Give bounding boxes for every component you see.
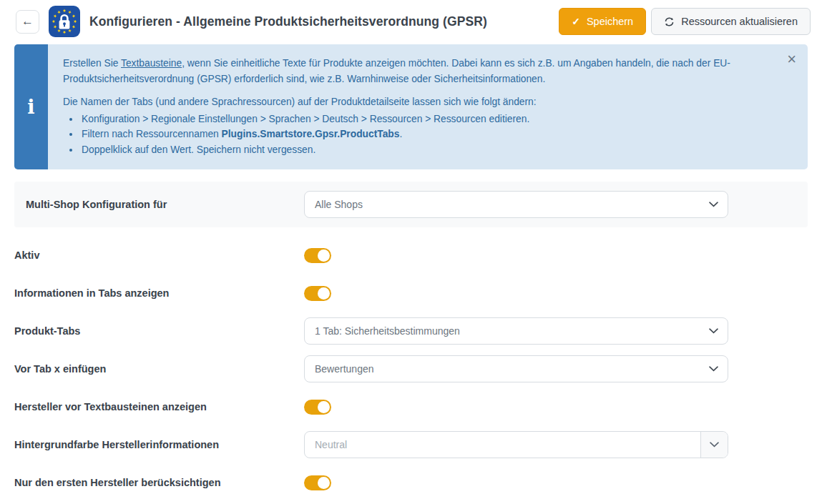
informationen-in-tabs-toggle[interactable] [304, 286, 331, 301]
eu-gpsr-lock-icon [49, 6, 80, 37]
bullet2-resource-name: Plugins.Smartstore.Gpsr.ProductTabs [222, 129, 400, 139]
chevron-down-icon [710, 442, 719, 448]
info-icon: i [27, 97, 34, 117]
settings-form: Aktiv Informationen in Tabs anzeigen Pro… [14, 242, 808, 496]
info-alert-body: Erstellen Sie Textbausteine, wenn Sie ei… [48, 44, 808, 169]
hintergrundfarbe-input-group [304, 431, 728, 458]
aktiv-toggle[interactable] [304, 248, 331, 263]
info-alert-accent: i [14, 44, 48, 169]
arrow-left-icon: ← [21, 14, 34, 29]
save-button-label: Speichern [587, 16, 633, 27]
form-row-nur-ersten-hersteller: Nur den ersten Hersteller berücksichtige… [14, 469, 808, 496]
info-alert: i Erstellen Sie Textbausteine, wenn Sie … [14, 44, 808, 169]
multishop-select-value: Alle Shops [315, 199, 363, 210]
alert-paragraph-1: Erstellen Sie Textbausteine, wenn Sie ei… [63, 56, 773, 87]
multishop-label: Multi-Shop Konfiguration für [26, 199, 304, 210]
multishop-config-band: Multi-Shop Konfiguration für Alle Shops [14, 182, 808, 227]
update-resources-button[interactable]: Ressourcen aktualisieren [651, 8, 811, 35]
toggle-knob [318, 287, 330, 300]
produkt-tabs-select[interactable]: 1 Tab: Sicherheitsbestimmungen [304, 317, 728, 345]
form-row-vor-tab-x: Vor Tab x einfügen Bewertungen [14, 355, 808, 382]
bullet2-before: Filtern nach Ressourcennamen [82, 129, 222, 139]
chevron-down-icon [709, 366, 718, 372]
alert-p1-before: Erstellen Sie [63, 58, 121, 69]
vor-tab-x-label: Vor Tab x einfügen [14, 363, 304, 375]
nur-ersten-hersteller-label: Nur den ersten Hersteller berücksichtige… [14, 477, 304, 488]
form-row-informationen-in-tabs: Informationen in Tabs anzeigen [14, 280, 808, 307]
hintergrundfarbe-dropdown-button[interactable] [700, 432, 728, 458]
hersteller-vor-textbausteinen-label: Hersteller vor Textbausteinen anzeigen [14, 401, 304, 412]
hintergrundfarbe-input[interactable] [305, 432, 700, 458]
sync-icon [664, 16, 675, 27]
toggle-knob [318, 249, 330, 262]
close-icon[interactable]: × [787, 51, 796, 67]
informationen-in-tabs-label: Informationen in Tabs anzeigen [14, 287, 304, 299]
alert-bullet-list: Konfiguration > Regionale Einstellungen … [63, 112, 773, 158]
back-button[interactable]: ← [16, 10, 39, 34]
form-row-hersteller-vor-textbausteinen: Hersteller vor Textbausteinen anzeigen [14, 393, 808, 420]
chevron-down-icon [709, 328, 718, 334]
page-title: Konfigurieren - Allgemeine Produktsicher… [89, 14, 487, 29]
vor-tab-x-select-value: Bewertungen [315, 363, 374, 375]
vor-tab-x-select[interactable]: Bewertungen [304, 355, 728, 382]
produkt-tabs-select-value: 1 Tab: Sicherheitsbestimmungen [315, 325, 460, 337]
save-button[interactable]: ✓ Speichern [559, 8, 646, 35]
form-row-hintergrundfarbe: Hintergrundfarbe Herstellerinformationen [14, 431, 808, 458]
list-item: Filtern nach Ressourcennamen Plugins.Sma… [80, 127, 773, 142]
list-item: Doppelklick auf den Wert. Speichern nich… [80, 142, 773, 158]
nur-ersten-hersteller-toggle[interactable] [304, 475, 331, 490]
check-icon: ✓ [572, 16, 580, 27]
hintergrundfarbe-label: Hintergrundfarbe Herstellerinformationen [14, 439, 304, 450]
update-resources-label: Ressourcen aktualisieren [681, 16, 798, 27]
alert-paragraph-2: Die Namen der Tabs (und andere Sprachres… [63, 94, 773, 110]
hersteller-vor-textbausteinen-toggle[interactable] [304, 400, 331, 415]
aktiv-label: Aktiv [14, 249, 304, 261]
toggle-knob [318, 401, 330, 413]
textbausteine-link[interactable]: Textbausteine [121, 58, 182, 69]
list-item: Konfiguration > Regionale Einstellungen … [80, 112, 773, 127]
produkt-tabs-label: Produkt-Tabs [14, 325, 304, 337]
toggle-knob [318, 477, 330, 489]
form-row-produkt-tabs: Produkt-Tabs 1 Tab: Sicherheitsbestimmun… [14, 317, 808, 345]
multishop-select[interactable]: Alle Shops [304, 191, 728, 218]
page-header: ← Konfigurieren - Allgemeine Produk [0, 0, 822, 43]
bullet2-after: . [399, 129, 402, 139]
chevron-down-icon [709, 202, 718, 207]
form-row-aktiv: Aktiv [14, 242, 808, 269]
